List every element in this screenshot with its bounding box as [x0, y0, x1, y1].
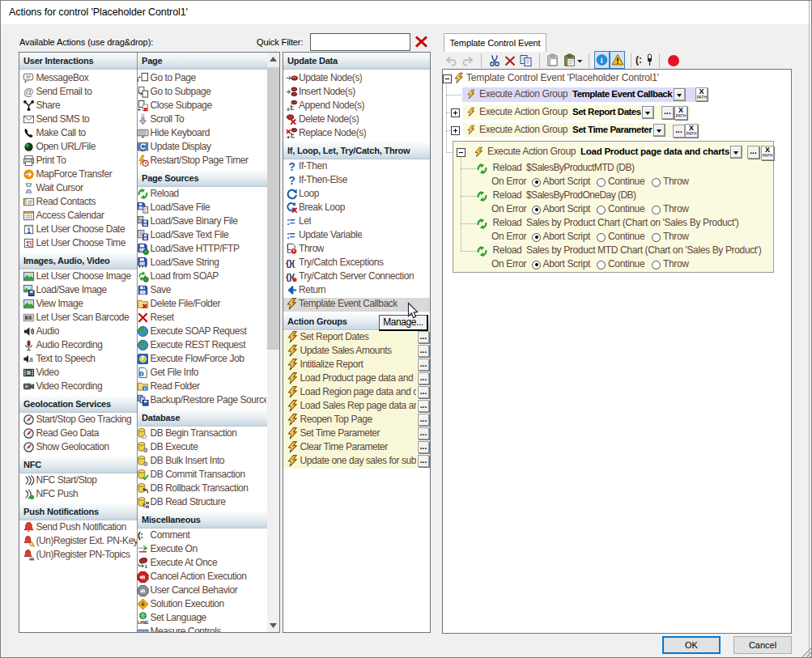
svg-text:i: i [601, 56, 603, 65]
